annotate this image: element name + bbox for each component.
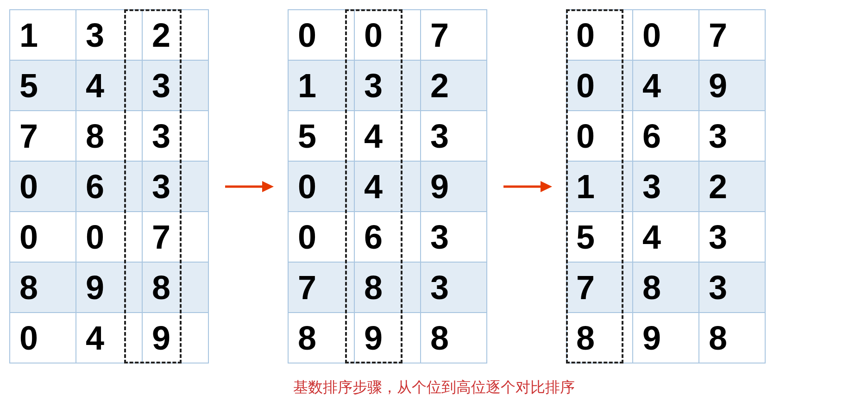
table-row: 0 6 3: [288, 212, 487, 262]
table-row: 7 8 3: [288, 262, 487, 313]
table-row: 0 4 9: [566, 60, 765, 111]
table-row: 0 0 7: [566, 10, 765, 60]
cell: 4: [354, 161, 421, 212]
cell: 3: [142, 60, 208, 111]
cell: 6: [633, 111, 699, 161]
cell: 3: [76, 10, 142, 60]
table-row: 5 4 3: [10, 60, 208, 111]
cell: 7: [288, 262, 354, 313]
table-row: 8 9 8: [10, 262, 208, 313]
cell: 7: [421, 10, 487, 60]
table-original: 1 3 2 5 4 3 7 8 3 0 6 3 0 0 7: [9, 9, 209, 363]
table-row: 5 4 3: [566, 212, 765, 262]
cell: 4: [76, 313, 142, 363]
cell: 0: [76, 212, 142, 262]
cell: 7: [10, 111, 76, 161]
table-row: 0 6 3: [10, 161, 208, 212]
table-row: 0 4 9: [288, 161, 487, 212]
cell: 3: [699, 111, 765, 161]
cell: 4: [633, 60, 699, 111]
cell: 0: [10, 313, 76, 363]
table-row: 7 8 3: [566, 262, 765, 313]
cell: 3: [633, 161, 699, 212]
cell: 1: [566, 161, 633, 212]
cell: 9: [699, 60, 765, 111]
cell: 3: [142, 111, 208, 161]
table-row: 7 8 3: [10, 111, 208, 161]
cell: 8: [566, 313, 633, 363]
cell: 3: [421, 212, 487, 262]
cell: 7: [142, 212, 208, 262]
table-row: 8 9 8: [288, 313, 487, 363]
cell: 0: [10, 161, 76, 212]
arrow-icon: [501, 177, 552, 196]
cell: 6: [354, 212, 421, 262]
table-row: 8 9 8: [566, 313, 765, 363]
cell: 9: [76, 262, 142, 313]
cell: 9: [633, 313, 699, 363]
cell: 5: [566, 212, 633, 262]
table-row: 0 4 9: [10, 313, 208, 363]
cell: 4: [633, 212, 699, 262]
cell: 2: [142, 10, 208, 60]
cell: 0: [288, 212, 354, 262]
cell: 8: [142, 262, 208, 313]
cell: 8: [288, 313, 354, 363]
svg-marker-1: [262, 181, 274, 192]
cell: 4: [76, 60, 142, 111]
cell: 9: [421, 161, 487, 212]
cell: 0: [288, 10, 354, 60]
cell: 3: [699, 212, 765, 262]
cell: 6: [76, 161, 142, 212]
cell: 0: [288, 161, 354, 212]
cell: 7: [699, 10, 765, 60]
svg-marker-3: [541, 181, 552, 192]
table-row: 5 4 3: [288, 111, 487, 161]
table-row: 1 3 2: [566, 161, 765, 212]
cell: 0: [633, 10, 699, 60]
cell: 2: [421, 60, 487, 111]
cell: 8: [633, 262, 699, 313]
cell: 9: [142, 313, 208, 363]
table-row: 0 0 7: [10, 212, 208, 262]
cell: 3: [421, 262, 487, 313]
cell: 5: [10, 60, 76, 111]
cell: 1: [288, 60, 354, 111]
diagram-row: 1 3 2 5 4 3 7 8 3 0 6 3 0 0 7: [9, 9, 859, 363]
cell: 3: [142, 161, 208, 212]
cell: 3: [699, 262, 765, 313]
digits-table-2: 0 0 7 1 3 2 5 4 3 0 4 9 0 6 3: [288, 9, 487, 363]
digits-table-3: 0 0 7 0 4 9 0 6 3 1 3 2 5 4 3: [566, 9, 766, 363]
cell: 0: [566, 111, 633, 161]
table-row: 1 3 2: [288, 60, 487, 111]
cell: 2: [699, 161, 765, 212]
cell: 7: [566, 262, 633, 313]
cell: 4: [354, 111, 421, 161]
cell: 8: [10, 262, 76, 313]
cell: 0: [566, 60, 633, 111]
table-step2: 0 0 7 0 4 9 0 6 3 1 3 2 5 4 3: [566, 9, 766, 363]
caption-text: 基数排序步骤，从个位到高位逐个对比排序: [9, 377, 859, 398]
cell: 3: [354, 60, 421, 111]
cell: 3: [421, 111, 487, 161]
cell: 8: [421, 313, 487, 363]
cell: 0: [10, 212, 76, 262]
digits-table-1: 1 3 2 5 4 3 7 8 3 0 6 3 0 0 7: [9, 9, 209, 363]
cell: 8: [354, 262, 421, 313]
cell: 9: [354, 313, 421, 363]
cell: 8: [76, 111, 142, 161]
cell: 0: [354, 10, 421, 60]
cell: 1: [10, 10, 76, 60]
cell: 5: [288, 111, 354, 161]
cell: 8: [699, 313, 765, 363]
table-row: 0 6 3: [566, 111, 765, 161]
arrow-icon: [223, 177, 274, 196]
table-step1: 0 0 7 1 3 2 5 4 3 0 4 9 0 6 3: [288, 9, 487, 363]
table-row: 0 0 7: [288, 10, 487, 60]
table-row: 1 3 2: [10, 10, 208, 60]
cell: 0: [566, 10, 633, 60]
